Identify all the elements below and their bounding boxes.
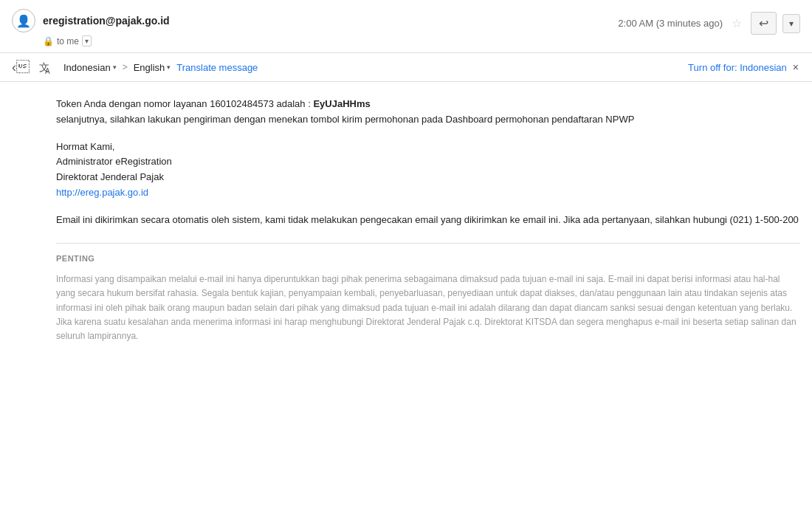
more-options-button[interactable]: ▾ — [782, 14, 800, 33]
source-language-label: Indonesian — [63, 62, 111, 73]
token-text-before: Token Anda dengan nomor layanan 16010248… — [56, 98, 313, 109]
disclaimer-text: Informasi yang disampaikan melalui e-mai… — [56, 272, 800, 343]
section-divider — [56, 243, 800, 244]
translation-symbol-icon: 文 A — [38, 59, 55, 75]
token-text-after: selanjutnya, silahkan lakukan pengiriman… — [56, 114, 634, 125]
close-translate-button[interactable]: × — [791, 61, 800, 73]
sender-avatar: 👤 — [12, 9, 35, 32]
translate-message-link[interactable]: Translate message — [176, 62, 258, 73]
chevron-right-icon: > — [123, 62, 128, 72]
svg-text:A: A — [45, 67, 50, 75]
star-button[interactable]: ☆ — [729, 13, 745, 33]
target-language-label: English — [134, 62, 165, 73]
website-link[interactable]: http://ereg.pajak.go.id — [56, 187, 148, 198]
signature-block: Hormat Kami, Administrator eRegistration… — [56, 140, 800, 201]
lock-icon: 🔒 — [43, 36, 54, 47]
header-right: 2:00 AM (3 minutes ago) ☆ ↩ ▾ — [618, 9, 800, 35]
auto-email-note: Email ini dikirimkan secara otomatis ole… — [56, 213, 800, 228]
turn-off-label: Turn off for: Indonesian — [688, 62, 787, 73]
admin-line: Administrator eRegistration — [56, 154, 800, 170]
turn-off-section: Turn off for: Indonesian × — [688, 61, 800, 73]
email-header: 👤 eregistration@pajak.go.id 🔒 to me ▾ 2:… — [0, 0, 812, 53]
token-paragraph: Token Anda dengan nomor layanan 16010248… — [56, 97, 800, 128]
to-me-label: to me — [57, 36, 79, 47]
sender-section: 👤 eregistration@pajak.go.id 🔒 to me ▾ — [12, 9, 170, 47]
token-value: EyUJaHHms — [313, 98, 370, 109]
to-me-dropdown[interactable]: ▾ — [82, 35, 92, 47]
reply-button[interactable]: ↩ — [751, 12, 777, 35]
greeting-line: Hormat Kami, — [56, 140, 800, 155]
email-timestamp: 2:00 AM (3 minutes ago) — [618, 18, 723, 29]
more-icon: ▾ — [789, 18, 794, 29]
translate-icon: ‹ — [12, 60, 30, 75]
source-lang-dropdown-icon: ▾ — [113, 63, 117, 71]
email-body: Token Anda dengan nomor layanan 16010248… — [0, 82, 812, 358]
penting-label: PENTING — [56, 252, 800, 266]
person-icon: 👤 — [16, 14, 31, 28]
source-language-button[interactable]: Indonesian ▾ — [63, 62, 117, 73]
reply-icon: ↩ — [759, 16, 768, 30]
sender-row: 👤 eregistration@pajak.go.id — [12, 9, 170, 32]
sender-email: eregistration@pajak.go.id — [43, 15, 170, 27]
target-language-button[interactable]: English ▾ — [134, 62, 171, 73]
translate-bar: ‹ 文 A Indonesian ▾ > English ▾ Translate… — [0, 53, 812, 82]
target-lang-dropdown-icon: ▾ — [167, 63, 171, 71]
to-me-row: 🔒 to me ▾ — [43, 35, 170, 47]
org-line: Direktorat Jenderal Pajak — [56, 170, 800, 185]
